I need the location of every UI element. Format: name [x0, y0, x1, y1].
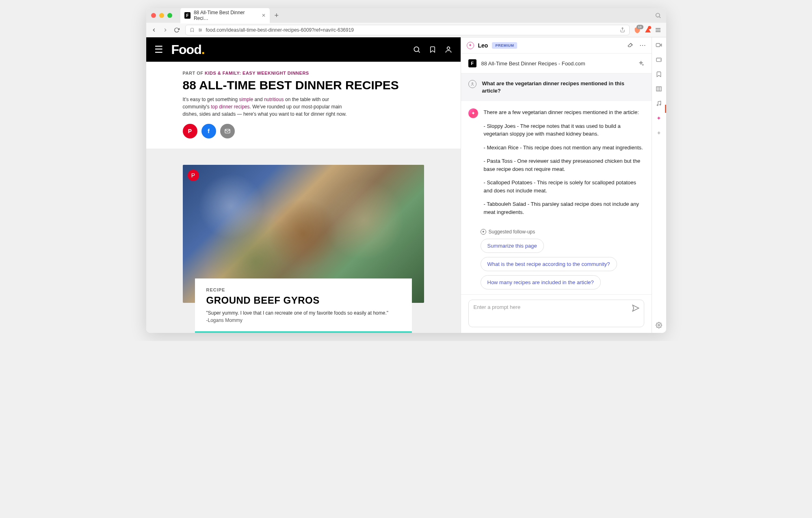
new-tab-button[interactable]: +	[275, 11, 279, 20]
suggested-label-text: Suggested follow-ups	[489, 229, 535, 235]
forward-button[interactable]	[162, 27, 170, 33]
svg-point-26	[660, 104, 661, 105]
leo-title: Leo	[478, 42, 488, 49]
logo-dot: .	[201, 42, 205, 57]
premium-badge: PREMIUM	[492, 42, 517, 49]
svg-point-5	[199, 28, 200, 29]
leo-context-bar: F 88 All-Time Best Dinner Recipes - Food…	[461, 54, 652, 73]
breadcrumb-link[interactable]: KIDS & FAMILY: EASY WEEKNIGHT DINNERS	[205, 71, 309, 76]
rail-bookmarks-icon[interactable]	[655, 71, 663, 78]
recipe-card: RECIPE GROUND BEEF GYROS "Super yummy. I…	[195, 278, 412, 333]
rail-add-icon[interactable]: +	[655, 129, 663, 136]
back-button[interactable]	[151, 27, 158, 33]
ai-message-body: There are a few vegetarian dinner recipe…	[484, 108, 644, 222]
svg-point-17	[472, 83, 473, 84]
leo-header: ✦ Leo PREMIUM ⋯	[461, 37, 652, 54]
recipe-author: -Logans Mommy	[206, 317, 401, 323]
link-nutritious[interactable]: nutritious	[264, 97, 284, 102]
tab-search-icon[interactable]	[655, 12, 661, 19]
content-pane[interactable]: ☰ Food. PART OF KIDS & FAMILY: EASY WEEK…	[146, 37, 461, 333]
send-icon[interactable]	[632, 304, 640, 312]
svg-point-0	[656, 13, 659, 17]
reload-button[interactable]	[174, 27, 181, 33]
suggestion-list: Summarize this page What is the best rec…	[461, 239, 652, 294]
rail-active-indicator	[665, 105, 666, 113]
rail-video-icon[interactable]	[655, 41, 663, 49]
site-header: ☰ Food.	[146, 37, 461, 62]
shields-count: 18	[637, 25, 643, 29]
sparkle-icon: ✦	[481, 229, 486, 235]
svg-line-16	[631, 43, 632, 45]
ai-item-4: - Tabbouleh Salad - This parsley salad r…	[484, 200, 644, 216]
saved-icon[interactable]	[429, 45, 436, 54]
article-description: It's easy to get something simple and nu…	[183, 96, 353, 118]
url-bar[interactable]: food.com/ideas/all-time-best-dinner-reci…	[185, 25, 630, 35]
context-favicon: F	[468, 59, 476, 67]
leo-sidebar: ✦ Leo PREMIUM ⋯ F 88 All-Time Best Dinne…	[461, 37, 652, 333]
hamburger-icon[interactable]: ☰	[154, 44, 163, 55]
rail-reading-list-icon[interactable]	[655, 85, 663, 93]
site-logo[interactable]: Food.	[171, 42, 205, 57]
context-action-icon[interactable]	[638, 60, 644, 67]
close-tab-button[interactable]: ✕	[262, 13, 266, 18]
email-share-button[interactable]	[220, 124, 235, 138]
recipe-label: RECIPE	[206, 287, 401, 292]
leo-logo-icon: ✦	[467, 42, 474, 49]
profile-icon[interactable]	[444, 45, 453, 54]
pinterest-pin-button[interactable]: P	[188, 170, 199, 181]
more-icon[interactable]: ⋯	[639, 41, 646, 49]
facebook-share-button[interactable]: f	[201, 124, 216, 138]
svg-point-14	[447, 47, 450, 50]
minimize-window-button[interactable]	[159, 13, 164, 18]
rewards-button[interactable]	[645, 28, 651, 32]
rail-settings-icon[interactable]	[655, 322, 663, 329]
svg-point-7	[199, 30, 200, 31]
close-window-button[interactable]	[151, 13, 156, 18]
leo-chat[interactable]: What are the vegetarian dinner recipes m…	[461, 73, 652, 294]
suggestion-chip[interactable]: What is the best recipe according to the…	[481, 257, 617, 271]
svg-point-6	[201, 30, 201, 30]
share-row: P f	[183, 124, 424, 138]
svg-point-25	[657, 105, 658, 106]
leo-input-area: Enter a prompt here	[461, 294, 652, 333]
link-top-recipes[interactable]: top dinner recipes	[211, 104, 249, 110]
input-placeholder: Enter a prompt here	[474, 304, 521, 310]
hero-section: P RECIPE GROUND BEEF GYROS "Super yummy.…	[146, 149, 461, 333]
ai-item-0: - Sloppy Joes - The recipe notes that it…	[484, 122, 644, 138]
toolbar-right: 18	[634, 26, 661, 34]
browser-window: F 88 All-Time Best Dinner Reci… ✕ + food…	[146, 8, 666, 333]
logo-text: Food	[171, 42, 201, 57]
context-title: 88 All-Time Best Dinner Recipes - Food.c…	[481, 60, 633, 67]
search-icon[interactable]	[413, 45, 421, 54]
suggestion-chip[interactable]: How many recipes are included in the art…	[481, 275, 601, 289]
bookmark-icon[interactable]	[190, 28, 195, 32]
rail-leo-icon[interactable]: ✦	[655, 114, 663, 122]
recipe-name[interactable]: GROUND BEEF GYROS	[206, 295, 401, 306]
window-controls	[151, 13, 172, 18]
leo-prompt-input[interactable]: Enter a prompt here	[468, 300, 644, 327]
ai-item-3: - Scalloped Potatoes - This recipe is so…	[484, 179, 644, 194]
browser-tab[interactable]: F 88 All-Time Best Dinner Reci… ✕	[180, 8, 270, 24]
menu-button[interactable]	[655, 27, 661, 33]
site-settings-icon[interactable]	[198, 28, 203, 32]
ai-item-1: - Mexican Rice - This recipe does not me…	[484, 144, 644, 152]
breadcrumb: PART OF KIDS & FAMILY: EASY WEEKNIGHT DI…	[183, 71, 424, 76]
part-of-prefix: PART OF	[183, 71, 205, 76]
suggestion-chip[interactable]: Summarize this page	[481, 239, 544, 253]
maximize-window-button[interactable]	[167, 13, 172, 18]
link-simple[interactable]: simple	[239, 97, 253, 102]
rail-wallet-icon[interactable]	[655, 56, 663, 63]
article-header: PART OF KIDS & FAMILY: EASY WEEKNIGHT DI…	[146, 62, 461, 138]
pinterest-share-button[interactable]: P	[183, 124, 197, 138]
svg-point-27	[658, 324, 660, 326]
tab-title: 88 All-Time Best Dinner Reci…	[194, 10, 258, 21]
right-rail: ✦ +	[652, 37, 666, 333]
svg-rect-22	[656, 87, 661, 91]
main-area: ☰ Food. PART OF KIDS & FAMILY: EASY WEEK…	[146, 37, 666, 333]
toolbar: food.com/ideas/all-time-best-dinner-reci…	[146, 23, 666, 37]
shields-button[interactable]: 18	[634, 26, 641, 34]
svg-marker-18	[632, 305, 639, 311]
share-icon[interactable]	[620, 27, 625, 32]
eraser-icon[interactable]	[627, 41, 634, 49]
rail-music-icon[interactable]	[655, 100, 663, 107]
